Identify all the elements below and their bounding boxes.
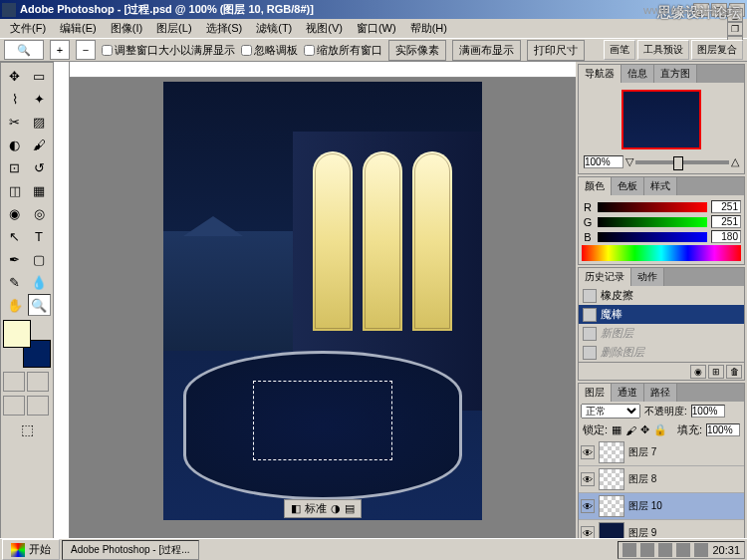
navigator-thumbnail[interactable] (622, 90, 701, 149)
r-slider[interactable] (598, 202, 707, 212)
dodge-tool[interactable]: ◎ (28, 202, 51, 224)
stamp-tool[interactable]: ⊡ (3, 156, 26, 178)
layer-thumbnail[interactable] (599, 441, 624, 463)
tab-history[interactable]: 历史记录 (579, 268, 631, 286)
g-slider[interactable] (598, 217, 707, 227)
tab-info[interactable]: 信息 (622, 65, 654, 83)
print-size-button[interactable]: 打印尺寸 (527, 40, 585, 61)
history-item[interactable]: 魔棒 (579, 305, 744, 324)
zoom-out-icon[interactable]: − (76, 40, 96, 60)
zoom-out-small-icon[interactable]: ▽ (625, 155, 633, 168)
menu-filter[interactable]: 滤镜(T) (250, 19, 298, 38)
eyedropper-tool[interactable]: 💧 (28, 271, 51, 293)
opacity-input[interactable] (691, 405, 725, 418)
color-swatches[interactable] (3, 320, 51, 368)
visibility-icon[interactable]: 👁 (581, 445, 595, 459)
zoom-input[interactable] (584, 155, 623, 168)
standard-mode-button[interactable] (3, 372, 25, 392)
lock-trans-icon[interactable]: ▦ (612, 423, 622, 436)
palette-layercomps-button[interactable]: 图层复合 (691, 40, 743, 60)
b-slider[interactable] (598, 232, 707, 242)
layer-thumbnail[interactable] (599, 495, 624, 517)
shape-tool[interactable]: ▢ (28, 248, 51, 270)
fg-color-swatch[interactable] (3, 320, 31, 348)
tray-icon[interactable] (622, 543, 636, 557)
move-tool[interactable]: ✥ (3, 65, 26, 87)
menu-select[interactable]: 选择(S) (200, 19, 249, 38)
blend-mode-select[interactable]: 正常 (581, 404, 640, 419)
crop-tool[interactable]: ✂ (3, 111, 26, 133)
blur-tool[interactable]: ◉ (3, 202, 26, 224)
menu-layer[interactable]: 图层(L) (150, 19, 197, 38)
tab-navigator[interactable]: 导航器 (579, 65, 622, 83)
tab-color[interactable]: 颜色 (579, 177, 612, 195)
quickmask-button[interactable] (27, 372, 49, 392)
tab-channels[interactable]: 通道 (612, 384, 644, 402)
history-snapshot-button[interactable]: ◉ (690, 365, 706, 379)
history-brush-tool[interactable]: ↺ (28, 156, 51, 178)
layer-row[interactable]: 👁图层 10 (579, 493, 744, 520)
history-item[interactable]: 新图层 (579, 324, 744, 343)
palette-presets-button[interactable]: 工具预设 (637, 40, 689, 60)
menu-view[interactable]: 视图(V) (300, 19, 349, 38)
ignore-palettes-checkbox[interactable]: 忽略调板 (241, 43, 298, 58)
zoom-in-icon[interactable]: + (50, 40, 70, 60)
start-button[interactable]: 开始 (2, 539, 60, 560)
marquee-tool[interactable]: ▭ (28, 65, 51, 87)
r-value[interactable]: 251 (711, 200, 741, 213)
zoom-in-small-icon[interactable]: △ (731, 155, 739, 168)
g-value[interactable]: 251 (711, 215, 741, 228)
menu-window[interactable]: 窗口(W) (351, 19, 402, 38)
zoom-all-checkbox[interactable]: 缩放所有窗口 (304, 43, 382, 58)
jump-to-imageready-button[interactable]: ⬚ (3, 421, 51, 437)
taskbar-app[interactable]: Adobe Photoshop - [过程... (62, 540, 199, 560)
tray-icon[interactable] (640, 543, 654, 557)
menu-image[interactable]: 图像(I) (105, 19, 148, 38)
fill-input[interactable] (706, 423, 740, 436)
type-tool[interactable]: T (28, 225, 51, 247)
history-delete-button[interactable]: 🗑 (726, 365, 742, 379)
menu-file[interactable]: 文件(F) (4, 19, 52, 38)
zoom-slider[interactable] (635, 160, 729, 164)
screen-std-button[interactable] (3, 396, 25, 416)
lasso-tool[interactable]: ⌇ (3, 88, 26, 110)
palette-brushes-button[interactable]: 画笔 (604, 40, 635, 60)
b-value[interactable]: 180 (711, 230, 741, 243)
menu-help[interactable]: 帮助(H) (404, 19, 453, 38)
tab-actions[interactable]: 动作 (631, 268, 664, 286)
gradient-tool[interactable]: ▦ (28, 179, 51, 201)
history-new-button[interactable]: ⊞ (708, 365, 724, 379)
brush-tool[interactable]: 🖌 (28, 134, 51, 155)
menu-edit[interactable]: 编辑(E) (54, 19, 103, 38)
heal-tool[interactable]: ◐ (3, 134, 26, 155)
visibility-icon[interactable]: 👁 (581, 472, 595, 486)
tab-histogram[interactable]: 直方图 (654, 65, 697, 83)
notes-tool[interactable]: ✎ (3, 271, 26, 293)
pen-tool[interactable]: ✒ (3, 248, 26, 270)
tab-swatches[interactable]: 色板 (612, 177, 644, 195)
layer-row[interactable]: 👁图层 7 (579, 439, 744, 466)
layer-row[interactable]: 👁图层 8 (579, 466, 744, 493)
tray-icon[interactable] (658, 543, 672, 557)
tab-paths[interactable]: 路径 (644, 384, 677, 402)
screen-full-button[interactable] (27, 396, 49, 416)
slice-tool[interactable]: ▨ (28, 111, 51, 133)
eraser-tool[interactable]: ◫ (3, 179, 26, 201)
document-canvas[interactable]: ◧标准◑▤ (163, 82, 482, 520)
tray-icon[interactable] (676, 543, 690, 557)
tab-styles[interactable]: 样式 (644, 177, 677, 195)
lock-paint-icon[interactable]: 🖌 (625, 424, 636, 436)
history-item[interactable]: 删除图层 (579, 343, 744, 362)
layer-thumbnail[interactable] (599, 468, 624, 490)
zoom-tool[interactable]: 🔍 (28, 294, 51, 316)
hand-tool[interactable]: ✋ (3, 294, 26, 316)
wand-tool[interactable]: ✦ (28, 88, 51, 110)
color-spectrum[interactable] (582, 245, 741, 261)
doc-restore-button[interactable]: ❐ (727, 22, 743, 36)
tab-layers[interactable]: 图层 (579, 384, 612, 402)
lock-all-icon[interactable]: 🔒 (653, 423, 667, 436)
path-tool[interactable]: ↖ (3, 225, 26, 247)
tray-icon[interactable] (694, 543, 708, 557)
fit-screen-button[interactable]: 满画布显示 (452, 40, 521, 61)
history-item[interactable]: 橡皮擦 (579, 286, 744, 305)
